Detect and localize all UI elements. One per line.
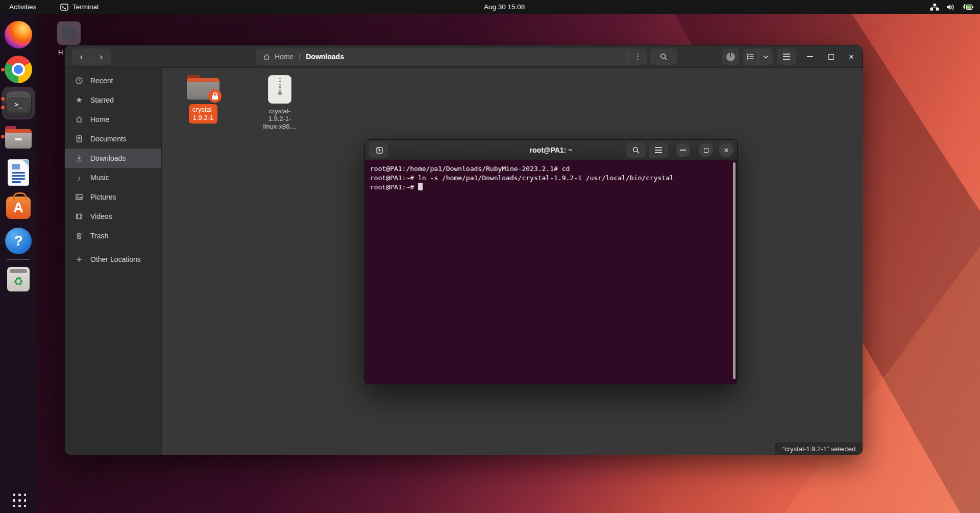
music-note-icon: ♪ xyxy=(75,174,83,182)
terminal-icon xyxy=(60,4,68,11)
star-icon: ★ xyxy=(75,95,83,105)
sidebar-item-other-locations[interactable]: Other Locations xyxy=(65,250,161,269)
new-tab-icon xyxy=(375,146,383,154)
dock-item-libreoffice-writer[interactable] xyxy=(4,158,33,187)
terminal-minimize-button[interactable] xyxy=(676,143,690,157)
dock-item-files[interactable] xyxy=(4,123,33,152)
network-icon xyxy=(930,4,939,11)
files-header-bar[interactable]: ‹ › Home / Downloads ⋮ xyxy=(65,45,862,68)
terminal-menu-button[interactable] xyxy=(649,142,668,158)
view-toggle-group xyxy=(743,48,773,65)
plus-icon xyxy=(75,255,83,263)
file-label-selected: crystal- 1.9.2-1 xyxy=(189,104,217,124)
dock-item-chrome[interactable] xyxy=(4,55,33,84)
sidebar-item-pictures[interactable]: Pictures xyxy=(65,187,161,207)
file-item-crystal-archive[interactable]: crystal- 1.9.2-1- linux-x86… xyxy=(257,75,303,130)
desktop-home-icon-label: H xyxy=(58,48,63,56)
view-options-button[interactable] xyxy=(758,48,773,65)
terminal-search-button[interactable] xyxy=(626,142,646,158)
app-name-label: Terminal xyxy=(72,0,99,14)
clock-label[interactable]: Aug 30 15:08 xyxy=(484,0,525,14)
files-maximize-button[interactable] xyxy=(824,50,838,64)
minimize-icon xyxy=(680,150,686,151)
chrome-icon xyxy=(5,56,32,83)
files-minimize-button[interactable] xyxy=(803,50,817,64)
back-button[interactable]: ‹ xyxy=(72,48,91,65)
selection-status-bar: “crystal-1.9.2-1” selected xyxy=(775,443,863,455)
file-item-crystal-folder[interactable]: crystal- 1.9.2-1 xyxy=(180,75,226,124)
show-apps-button[interactable] xyxy=(11,492,26,507)
terminal-body[interactable]: root@PA1:/home/pa1/Downloads/RubyMine-20… xyxy=(365,160,737,384)
path-bar[interactable]: Home / Downloads ⋮ xyxy=(256,48,647,65)
battery-icon xyxy=(962,4,974,11)
search-button[interactable] xyxy=(650,48,677,65)
sidebar-item-starred[interactable]: ★ Starred xyxy=(65,90,161,110)
trash-bin-icon: ♻ xyxy=(7,267,30,291)
list-view-icon xyxy=(747,53,754,60)
close-icon: × xyxy=(724,146,729,155)
sidebar-item-trash[interactable]: Trash xyxy=(65,226,161,246)
maximize-icon xyxy=(704,148,708,153)
main-menu-button[interactable] xyxy=(777,48,796,65)
file-label: crystal- 1.9.2-1- linux-x86… xyxy=(263,107,296,130)
archive-icon xyxy=(268,75,291,104)
dock-item-terminal[interactable]: >_ xyxy=(4,90,33,118)
search-icon xyxy=(632,146,640,154)
lock-emblem-icon xyxy=(208,89,222,103)
sidebar-item-recent[interactable]: Recent xyxy=(65,71,161,90)
dock-item-firefox[interactable] xyxy=(4,20,33,49)
hamburger-icon xyxy=(783,56,790,57)
operations-pie-icon xyxy=(726,53,735,61)
dock-item-trash[interactable]: ♻ xyxy=(4,265,33,294)
forward-icon: › xyxy=(100,52,103,62)
list-view-button[interactable] xyxy=(743,48,758,65)
maximize-icon xyxy=(828,54,834,60)
system-tray[interactable] xyxy=(930,0,974,14)
files-close-button[interactable]: × xyxy=(844,50,859,64)
writer-icon xyxy=(8,159,29,186)
desktop-home-icon[interactable] xyxy=(57,21,81,45)
folder-menu-button[interactable]: ⋮ xyxy=(628,48,647,65)
forward-button[interactable]: › xyxy=(91,48,111,65)
terminal-scrollbar[interactable] xyxy=(733,162,736,379)
files-sidebar: Recent ★ Starred Home Documents Download… xyxy=(65,68,162,455)
chevron-down-icon xyxy=(763,55,769,59)
new-tab-button[interactable] xyxy=(369,142,388,158)
trash-icon xyxy=(75,232,83,240)
terminal-close-button[interactable]: × xyxy=(719,143,733,157)
terminal-header-bar[interactable]: root@PA1: ~ × xyxy=(365,140,737,160)
sidebar-item-videos[interactable]: Videos xyxy=(65,207,161,226)
focused-app-indicator[interactable]: Terminal xyxy=(60,0,99,14)
dock-divider xyxy=(7,259,30,260)
nav-buttons: ‹ › xyxy=(72,48,111,65)
breadcrumb-separator: / xyxy=(299,53,301,61)
terminal-line: root@PA1:~# ln -s /home/pa1/Downloads/cr… xyxy=(370,174,732,183)
dock-item-ubuntu-software[interactable]: A xyxy=(4,193,33,222)
terminal-line: root@PA1:~# xyxy=(370,183,732,192)
terminal-maximize-button[interactable] xyxy=(699,143,713,157)
sidebar-item-downloads[interactable]: Downloads xyxy=(65,149,161,168)
dock-item-help[interactable]: ? xyxy=(4,227,33,255)
clock-icon xyxy=(75,77,83,85)
sidebar-item-music[interactable]: ♪ Music xyxy=(65,168,161,187)
minimize-icon xyxy=(807,56,813,57)
operations-button[interactable] xyxy=(722,48,739,65)
software-icon: A xyxy=(6,197,31,219)
breadcrumb-current[interactable]: Downloads xyxy=(306,53,344,61)
files-app-icon xyxy=(5,126,32,149)
activities-button[interactable]: Activities xyxy=(9,0,36,14)
kebab-icon: ⋮ xyxy=(634,52,642,61)
sidebar-item-home[interactable]: Home xyxy=(65,110,161,129)
home-icon xyxy=(75,115,83,124)
document-icon xyxy=(75,135,83,143)
terminal-app-icon: >_ xyxy=(5,91,32,117)
dock: >_ A ? ♻ xyxy=(0,14,37,513)
back-icon: ‹ xyxy=(80,52,83,62)
terminal-window: root@PA1: ~ × root@PA1:/home/pa1/Downloa… xyxy=(364,139,738,384)
breadcrumb-home[interactable]: Home xyxy=(275,53,293,61)
top-bar: Activities Terminal Aug 30 15:08 xyxy=(0,0,980,14)
help-icon: ? xyxy=(5,228,32,254)
folder-icon xyxy=(187,75,219,101)
volume-icon xyxy=(946,4,955,11)
sidebar-item-documents[interactable]: Documents xyxy=(65,129,161,149)
